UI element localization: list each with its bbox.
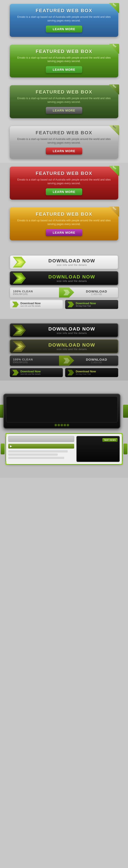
box-title-blue: FEATURED WEB BOX [15,8,113,13]
learn-more-btn-orange[interactable]: LEARN MORE [46,229,82,236]
hot-badge-text-red: HOT [111,164,118,172]
box-desc-blue: Envato is a start-up based out of Austra… [15,15,113,23]
small-dark-btn2-text-block: Download Now 30-Day Free Trial [76,370,96,375]
small-dark-btn1-text-block: Download Now size info and file details [21,370,40,375]
gf-inner-row: ▶ last news [8,436,120,462]
download-sub-text-dark1: size info and file details [28,332,115,334]
gf-corner-br [119,461,123,465]
svg-marker-16 [12,370,19,375]
small-dark-btn2-main: Download Now [76,370,96,373]
download-large-dark1-btn[interactable]: DOWNLOAD NOW size info and file details [10,323,118,337]
featured-box-blue: HOT FEATURED WEB BOX Envato is a start-u… [10,4,118,37]
download-large-light-btn[interactable]: DOWNLOAD NOW size info and file details [10,255,118,269]
panel-dots [6,424,118,426]
dark-panel-inner [6,397,118,423]
gf-left-col: ▶ [8,436,74,462]
download-strip-right-dark: DOWNLOAD 2,459 KB [74,358,118,364]
download-lang-text-dark: ENGLISH (US) [13,361,56,364]
gf-content-line-3 [8,457,64,459]
dark-panel [3,394,120,429]
download-main-text-dark-green: DOWNLOAD NOW [28,274,115,280]
download-strip-light[interactable]: 100% CLEAN ENGLISH (US) DOWNLOAD 2,459 K… [10,287,118,298]
download-strip-left-light: 100% CLEAN ENGLISH (US) [10,290,59,295]
learn-more-btn-gray[interactable]: LEARN MORE [46,148,82,155]
green-frame-panel-wrapper: ▶ last news [3,433,125,465]
learn-more-btn-green[interactable]: LEARN MORE [46,66,82,73]
featured-box-gray: HOT FEATURED WEB BOX Envato is a start-u… [10,126,118,159]
download-section-dark: DOWNLOAD NOW size info and file details … [0,319,128,381]
featured-section-green: HOT FEATURED WEB BOX Envato is a start-u… [0,41,128,82]
download-action-text-dark: DOWNLOAD [86,358,107,361]
download-strip-right-light: DOWNLOAD 2,459 KB [74,289,118,296]
strip-arrow-icon-light [63,290,70,295]
download-strip-left-dark: 100% CLEAN ENGLISH (US) [10,358,59,364]
hot-badge-text-darkgreen: HOT [111,83,118,90]
panels-section: ▶ last news [0,389,128,469]
gf-nav-arrow-icon: ▶ [10,445,12,448]
download-small-dark-btn[interactable]: Download Now 30-Day Free Trial [65,300,118,309]
learn-more-btn-blue[interactable]: LEARN MORE [46,26,82,33]
gf-corner-bl [5,461,9,465]
download-clean-text-dark: 100% CLEAN [13,358,56,361]
last-news-badge: last news [102,438,118,442]
box-title-red: FEATURED WEB BOX [15,170,113,176]
featured-section-red: HOT FEATURED WEB BOX Envato is a start-u… [0,163,128,204]
learn-more-btn-darkgreen[interactable]: LEARN MORE [46,107,82,114]
download-small-dark-btn2[interactable]: Download Now 30-Day Free Trial [65,368,118,377]
learn-more-btn-red[interactable]: LEARN MORE [46,188,82,195]
download-sub-text-dark2: size info and file details [28,348,115,350]
gf-side-tab-right [123,443,127,455]
featured-section-darkgreen: HOT FEATURED WEB BOX Envato is a start-u… [0,82,128,122]
download-strip-dark[interactable]: 100% CLEAN ENGLISH (US) DOWNLOAD 2,459 K… [10,355,118,366]
small-btn-main-dark: Download Now [76,302,96,305]
download-main-text-dark1: DOWNLOAD NOW [28,326,115,332]
box-desc-darkgreen: Envato is a start-up based out of Austra… [15,97,113,104]
hot-badge-text-green: HOT [111,42,118,49]
download-small-row-dark: Download Now size info and file details … [10,368,118,377]
gf-dark-block: last news [76,436,120,462]
gf-search-bar[interactable] [8,436,74,442]
svg-marker-8 [67,302,74,307]
download-strip-arrow-light [59,287,74,298]
download-main-text-dark2: DOWNLOAD NOW [28,342,115,348]
small-arrow-icon-dark [67,302,74,307]
small-btn-sub-dark: 30-Day Free Trial [76,305,96,307]
download-small-dark-btn1[interactable]: Download Now size info and file details [10,368,63,377]
hot-badge-text-gray: HOT [111,124,118,131]
svg-marker-17 [67,370,74,375]
green-frame-panel: ▶ last news [5,433,123,465]
download-small-row-light: Download Now size info and file details … [10,300,118,309]
gf-side-tab-left [1,443,5,455]
featured-box-orange: HOT FEATURED WEB BOX Envato is a start-u… [10,208,118,241]
download-sub-text-light: size info and file details [28,264,115,266]
box-desc-orange: Envato is a start-up based out of Austra… [15,219,113,226]
download-large-dark2-btn[interactable]: DOWNLOAD NOW size info and file details [10,339,118,353]
featured-section-orange: HOT FEATURED WEB BOX Envato is a start-u… [0,204,128,244]
gf-content-line-1 [8,450,68,453]
download-arrow-icon-light [13,257,26,268]
download-action-text-light: DOWNLOAD [86,289,107,293]
box-desc-red: Envato is a start-up based out of Austra… [15,178,113,185]
hot-badge-text: HOT [111,2,118,9]
small-arrow-dark1 [12,370,19,375]
box-title-darkgreen: FEATURED WEB BOX [15,89,113,95]
download-size-text-dark: 2,459 KB [91,361,102,364]
download-text-block-dark1: DOWNLOAD NOW size info and file details [28,326,115,334]
gf-corner-tr [119,433,123,437]
featured-box-green: HOT FEATURED WEB BOX Envato is a start-u… [10,45,118,78]
small-btn-text-block-dark: Download Now 30-Day Free Trial [76,302,96,307]
panel-dot-4 [64,424,66,426]
featured-box-red: HOT FEATURED WEB BOX Envato is a start-u… [10,167,118,199]
small-arrow-icon-light [12,302,19,307]
download-text-block-dark-green: DOWNLOAD NOW size info and file details [28,274,115,282]
download-clean-text-light: 100% CLEAN [13,290,56,293]
svg-marker-15 [63,358,70,364]
download-small-light-btn[interactable]: Download Now size info and file details [10,300,63,309]
featured-box-darkgreen: HOT FEATURED WEB BOX Envato is a start-u… [10,85,118,118]
download-large-dark-green-btn[interactable]: DOWNLOAD NOW size info and file details [10,271,118,285]
small-dark-btn1-main: Download Now [21,370,40,373]
small-btn-main-light: Download Now [21,302,40,305]
dark-panel-wrapper [3,394,125,429]
strip-arrow-icon-dark [63,358,70,364]
download-arrow-icon-dark1 [13,273,26,284]
